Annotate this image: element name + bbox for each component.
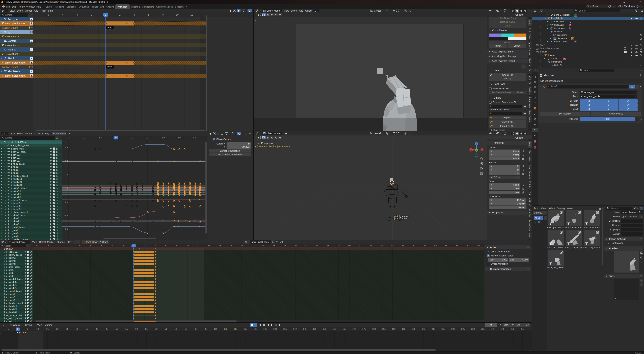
svg-text:Z: Z xyxy=(476,143,477,145)
